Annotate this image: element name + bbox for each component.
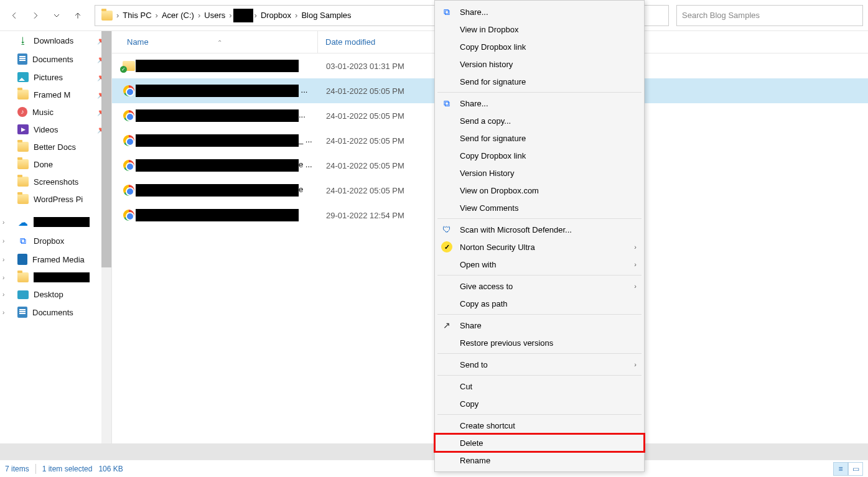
folder-icon [17,177,29,187]
view-toggle: ≡ ▭ [833,462,863,476]
menu-item-copy-as-path[interactable]: Copy as path [435,295,644,312]
breadcrumb[interactable]: Users [202,6,228,25]
menu-item-create-shortcut[interactable]: Create shortcut [435,417,644,434]
dropbox-icon: ⧉ [441,6,452,17]
menu-item-rename[interactable]: Rename [435,452,644,469]
chevron-right-icon[interactable]: › [2,219,4,226]
sidebar-item[interactable]: ♪Music📌 [0,103,111,121]
up-button[interactable] [68,6,87,25]
menu-item-version-history[interactable]: Version History [435,164,644,182]
sidebar-root-item[interactable]: ›Documents [0,303,111,322]
breadcrumb[interactable]: This PC [120,6,154,25]
chevron-right-icon[interactable]: › [2,238,4,244]
share-icon: ↗ [441,320,452,331]
sidebar-item[interactable]: Done [0,155,111,173]
folder-icon [123,61,135,71]
breadcrumb-redacted[interactable] [233,9,253,22]
column-name[interactable]: Name⌃ [124,37,317,47]
recent-dropdown[interactable] [47,6,66,25]
chevron-right-icon: › [154,11,159,20]
chrome-icon [123,185,134,196]
file-name: e [136,184,326,197]
sidebar-item[interactable]: Documents📌 [0,50,111,68]
sidebar-root-item[interactable]: ›☁ [0,213,111,231]
menu-item-version-history[interactable]: Version history [435,55,644,73]
sort-asc-icon: ⌃ [149,39,247,46]
sidebar-item-label: Pictures [34,73,63,82]
file-date: 24-01-2022 05:05 PM [326,111,404,121]
menu-item-share[interactable]: ↗Share [435,317,644,334]
details-view-button[interactable]: ≡ [833,462,848,476]
menu-item-restore-previous-versions[interactable]: Restore previous versions [435,334,644,351]
redacted-filename [136,85,299,97]
download-icon: ⭳ [17,35,29,46]
sidebar-item[interactable]: ▶Videos📌 [0,121,111,138]
menu-item-label: Version history [460,60,513,69]
menu-item-cut[interactable]: Cut [435,377,644,395]
menu-item-view-on-dropbox-com[interactable]: View on Dropbox.com [435,182,644,199]
menu-item-label: Norton Security Ultra [460,243,535,252]
breadcrumb[interactable]: Acer (C:) [159,6,197,25]
file-name: e ... [136,159,326,172]
dropbox-icon: ⧉ [441,98,452,109]
menu-item-send-to[interactable]: Send to› [435,356,644,373]
menu-item-label: Cut [460,382,472,391]
chevron-right-icon: › [634,361,637,368]
sidebar-item[interactable]: Framed M📌 [0,86,111,103]
menu-item-view-comments[interactable]: View Comments [435,199,644,216]
redacted-filename [136,134,299,147]
chevron-right-icon[interactable]: › [2,309,4,316]
sidebar-root-item[interactable]: ›Framed Media [0,250,111,269]
file-date: 24-01-2022 05:05 PM [326,161,404,170]
column-date[interactable]: Date modified [317,31,375,53]
menu-item-label: Copy Dropbox link [460,151,526,160]
redacted-label [34,272,90,282]
menu-item-label: Open with [460,260,497,269]
sidebar-root-item[interactable]: › [0,269,111,286]
search-input[interactable]: Search Blog Samples [676,5,863,26]
chrome-icon [123,160,134,171]
menu-item-scan-with-microsoft-defender[interactable]: 🛡Scan with Microsoft Defender... [435,221,644,238]
menu-item-copy-dropbox-link[interactable]: Copy Dropbox link [435,147,644,164]
chevron-right-icon[interactable]: › [2,274,4,281]
sidebar-item-label: WordPress Pi [34,195,83,204]
large-icons-view-button[interactable]: ▭ [848,462,863,476]
sidebar-item[interactable]: ⭳Downloads📌 [0,31,111,50]
status-item-count: 7 items [5,465,29,473]
menu-item-copy[interactable]: Copy [435,395,644,412]
sidebar-root-item[interactable]: ›Desktop [0,286,111,303]
folder-icon [17,159,29,169]
folder-icon [17,194,29,204]
menu-item-copy-dropbox-link[interactable]: Copy Dropbox link [435,38,644,55]
menu-item-view-in-dropbox[interactable]: View in Dropbox [435,21,644,38]
menu-item-send-for-signature[interactable]: Send for signature [435,129,644,147]
scrollbar-thumb[interactable] [101,31,111,267]
sidebar-item[interactable]: Screenshots [0,173,111,190]
breadcrumb[interactable]: Dropbox [258,6,294,25]
sidebar-item[interactable]: WordPress Pi [0,190,111,208]
menu-item-share[interactable]: ⧉Share... [435,95,644,112]
file-name [136,60,326,72]
back-button[interactable] [5,6,24,25]
chevron-right-icon[interactable]: › [2,291,4,298]
scrollbar[interactable] [101,31,111,460]
sidebar-root-item[interactable]: ›⧉Dropbox [0,231,111,250]
menu-item-send-for-signature[interactable]: Send for signature [435,73,644,90]
forward-button[interactable] [26,6,45,25]
sidebar-item[interactable]: Pictures📌 [0,68,111,86]
folder-icon [101,11,113,21]
menu-item-label: Create shortcut [460,421,515,430]
menu-item-delete[interactable]: Delete [435,434,644,452]
breadcrumb[interactable]: Blog Samples [299,6,353,25]
menu-item-open-with[interactable]: Open with› [435,256,644,273]
menu-item-share[interactable]: ⧉Share... [435,3,644,21]
chevron-right-icon[interactable]: › [2,256,4,263]
chrome-icon [123,210,134,221]
menu-item-give-access-to[interactable]: Give access to› [435,277,644,295]
menu-item-label: Restore previous versions [460,338,553,348]
menu-item-norton-security-ultra[interactable]: ✓Norton Security Ultra› [435,238,644,256]
sidebar-item[interactable]: Better Docs [0,138,111,155]
menu-item-label: Version History [460,169,514,178]
redacted-filename [136,60,299,72]
menu-item-send-a-copy[interactable]: Send a copy... [435,112,644,129]
